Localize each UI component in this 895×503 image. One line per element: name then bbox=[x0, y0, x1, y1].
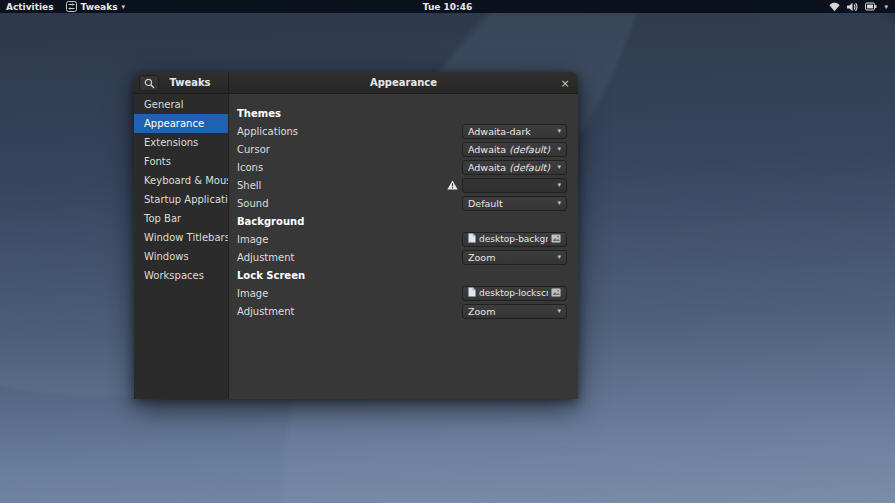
row-icons-theme: Icons Adwaita(default) ▾ bbox=[237, 158, 567, 176]
row-label: Sound bbox=[237, 198, 462, 209]
row-cursor-theme: Cursor Adwaita(default) ▾ bbox=[237, 140, 567, 158]
chevron-down-icon: ▾ bbox=[557, 253, 561, 261]
chevron-down-icon: ▾ bbox=[557, 163, 561, 171]
page-title: Appearance bbox=[370, 77, 437, 88]
titlebar-sidebar-section: Tweaks bbox=[134, 72, 229, 93]
section-title-background: Background bbox=[237, 214, 567, 230]
row-lockscreen-adjustment: Adjustment Zoom ▾ bbox=[237, 302, 567, 320]
warning-icon bbox=[447, 180, 458, 190]
dropdown-value: Adwaita-dark bbox=[468, 126, 557, 137]
lockscreen-image-chooser[interactable]: desktop-lockscreen.xml bbox=[462, 286, 567, 301]
search-icon bbox=[144, 74, 155, 93]
cursor-theme-dropdown[interactable]: Adwaita(default) ▾ bbox=[462, 142, 567, 157]
clock-label[interactable]: Tue 10:46 bbox=[423, 2, 472, 12]
window-body: General Appearance Extensions Fonts Keyb… bbox=[134, 94, 578, 399]
clock: Tue 10:46 bbox=[0, 2, 895, 12]
sidebar: General Appearance Extensions Fonts Keyb… bbox=[134, 94, 229, 399]
search-button[interactable] bbox=[139, 75, 159, 91]
default-note: (default) bbox=[509, 144, 550, 155]
section-title-lock-screen: Lock Screen bbox=[237, 268, 567, 284]
sidebar-item-fonts[interactable]: Fonts bbox=[134, 152, 228, 171]
row-label: Adjustment bbox=[237, 252, 462, 263]
row-background-image: Image desktop-background.xml bbox=[237, 230, 567, 248]
row-label: Icons bbox=[237, 162, 462, 173]
activities-button[interactable]: Activities bbox=[0, 0, 60, 13]
background-adjustment-dropdown[interactable]: Zoom ▾ bbox=[462, 250, 567, 265]
battery-icon bbox=[865, 2, 877, 11]
file-icon bbox=[468, 287, 476, 299]
chevron-down-icon: ▾ bbox=[557, 307, 561, 315]
sidebar-item-workspaces[interactable]: Workspaces bbox=[134, 266, 228, 285]
close-icon: × bbox=[560, 77, 569, 90]
sidebar-item-general[interactable]: General bbox=[134, 95, 228, 114]
chevron-down-icon: ▾ bbox=[557, 127, 561, 135]
chevron-down-icon: ▾ bbox=[557, 181, 561, 189]
sidebar-item-keyboard-mouse[interactable]: Keyboard & Mouse bbox=[134, 171, 228, 190]
icons-theme-dropdown[interactable]: Adwaita(default) ▾ bbox=[462, 160, 567, 175]
sidebar-item-extensions[interactable]: Extensions bbox=[134, 133, 228, 152]
sound-theme-dropdown[interactable]: Default ▾ bbox=[462, 196, 567, 211]
app-menu-label: Tweaks bbox=[81, 2, 118, 12]
row-background-adjustment: Adjustment Zoom ▾ bbox=[237, 248, 567, 266]
row-applications-theme: Applications Adwaita-dark ▾ bbox=[237, 122, 567, 140]
titlebar-main-section: Appearance × bbox=[229, 72, 578, 93]
background-image-chooser[interactable]: desktop-background.xml bbox=[462, 232, 567, 247]
dropdown-value: Adwaita(default) bbox=[468, 144, 557, 155]
tweaks-app-icon bbox=[66, 1, 77, 12]
file-name: desktop-lockscreen.xml bbox=[479, 288, 548, 298]
row-shell-theme: Shell ▾ bbox=[237, 176, 567, 194]
applications-theme-dropdown[interactable]: Adwaita-dark ▾ bbox=[462, 124, 567, 139]
sidebar-item-window-titlebars[interactable]: Window Titlebars bbox=[134, 228, 228, 247]
app-menu-button[interactable]: Tweaks ▾ bbox=[60, 0, 132, 13]
desktop-wallpaper: Activities Tweaks ▾ Tue 10:46 bbox=[0, 0, 895, 503]
sidebar-item-windows[interactable]: Windows bbox=[134, 247, 228, 266]
shell-theme-dropdown[interactable]: ▾ bbox=[462, 178, 567, 193]
row-label: Cursor bbox=[237, 144, 462, 155]
default-note: (default) bbox=[509, 162, 550, 173]
row-label: Image bbox=[237, 234, 462, 245]
gnome-top-bar: Activities Tweaks ▾ Tue 10:46 bbox=[0, 0, 895, 13]
dropdown-value: Zoom bbox=[468, 252, 557, 263]
appearance-panel: Themes Applications Adwaita-dark ▾ Curso… bbox=[229, 94, 578, 399]
sidebar-item-appearance[interactable]: Appearance bbox=[134, 114, 228, 133]
file-icon bbox=[468, 233, 476, 245]
wifi-icon bbox=[829, 2, 840, 12]
row-lockscreen-image: Image desktop-lockscreen.xml bbox=[237, 284, 567, 302]
row-label: Image bbox=[237, 288, 462, 299]
dropdown-value: Zoom bbox=[468, 306, 557, 317]
row-label: Applications bbox=[237, 126, 462, 137]
chevron-down-icon: ▾ bbox=[121, 3, 125, 11]
close-button[interactable]: × bbox=[556, 74, 574, 92]
row-sound-theme: Sound Default ▾ bbox=[237, 194, 567, 212]
chevron-down-icon: ▾ bbox=[557, 145, 561, 153]
system-status-area[interactable]: ▾ bbox=[822, 0, 895, 13]
sidebar-item-startup-applications[interactable]: Startup Applications bbox=[134, 190, 228, 209]
sidebar-item-top-bar[interactable]: Top Bar bbox=[134, 209, 228, 228]
row-label: Shell bbox=[237, 180, 447, 191]
dropdown-value: Adwaita(default) bbox=[468, 162, 557, 173]
tweaks-window: Tweaks Appearance × General Appearance E… bbox=[134, 72, 578, 399]
lockscreen-adjustment-dropdown[interactable]: Zoom ▾ bbox=[462, 304, 567, 319]
file-name: desktop-background.xml bbox=[479, 234, 548, 244]
row-label: Adjustment bbox=[237, 306, 462, 317]
dropdown-value: Default bbox=[468, 198, 557, 209]
chevron-down-icon: ▾ bbox=[884, 3, 888, 11]
image-icon bbox=[551, 288, 561, 299]
titlebar[interactable]: Tweaks Appearance × bbox=[134, 72, 578, 94]
volume-icon bbox=[847, 2, 858, 12]
section-title-themes: Themes bbox=[237, 106, 567, 122]
chevron-down-icon: ▾ bbox=[557, 199, 561, 207]
image-icon bbox=[551, 234, 561, 245]
